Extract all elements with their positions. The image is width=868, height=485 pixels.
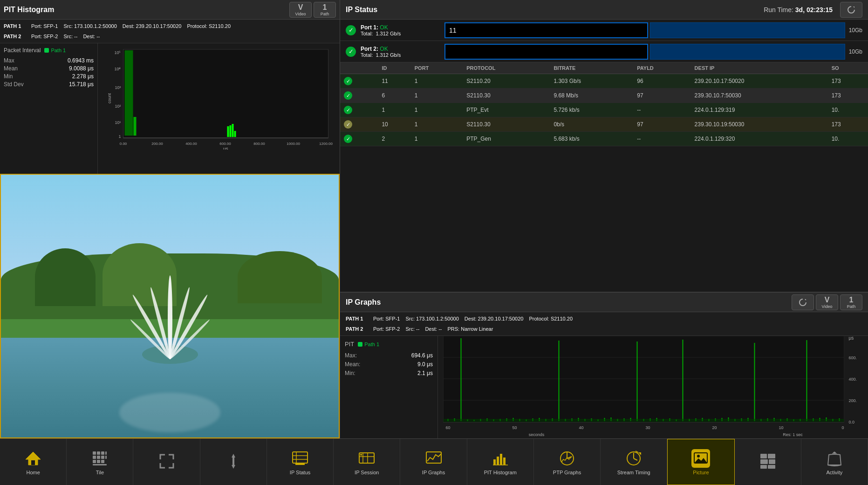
svg-rect-167	[760, 459, 768, 464]
ip-status-nav-icon	[291, 449, 309, 468]
row-status-cell: ✓	[340, 89, 378, 103]
histogram-stats: Packet Interval Path 1 Max 0.6943 ms Mea…	[0, 43, 98, 174]
svg-text:400.00: 400.00	[185, 142, 197, 146]
row-dest_ip-cell: 239.30.10.7:50030	[691, 89, 828, 103]
ip-graphs-header: IP Graphs V Video 1 Path	[340, 293, 868, 312]
svg-marker-37	[805, 299, 806, 301]
home-icon	[24, 449, 42, 468]
svg-text:10⁴: 10⁴	[114, 67, 121, 71]
nav-picture[interactable]: Picture	[667, 439, 734, 485]
graph-chart-area: μs 600. 400. 200. 0.0 60 50 40 30 20 10	[438, 336, 868, 438]
svg-rect-170	[768, 465, 775, 469]
col-bitrate: BITRATE	[550, 62, 633, 74]
histogram-chart: 10⁵ 10⁴ 10³ 10² 10¹ 1 count	[98, 43, 340, 174]
ip-graphs-nav-label: IP Graphs	[422, 470, 445, 475]
graphs-path2-row: PATH 2 Port: SFP-2 Src: -- Dest: -- PRS:…	[346, 324, 862, 334]
svg-rect-130	[105, 456, 107, 459]
nav-expand[interactable]	[133, 439, 200, 485]
svg-rect-16	[227, 126, 229, 137]
nav-stream-timing[interactable]: Stream Timing	[601, 439, 667, 485]
port2-info: Port 2: OK Total: 1.312 Gb/s	[361, 46, 444, 58]
svg-rect-129	[101, 456, 104, 459]
graphs-path-info: PATH 1 Port: SFP-1 Src: 173.100.1.2:5000…	[340, 312, 868, 336]
svg-rect-125	[101, 451, 104, 455]
nav-move[interactable]	[200, 439, 267, 485]
svg-rect-134	[93, 464, 107, 465]
ip-status-nav-label: IP Status	[290, 470, 310, 475]
port1-value-input[interactable]	[444, 22, 648, 38]
row-status-cell: ✓	[340, 103, 378, 117]
nav-multiview[interactable]	[735, 439, 801, 485]
pit-stat-max: Max: 694.6 μs	[345, 352, 433, 359]
table-row[interactable]: ✓21PTP_Gen5.683 kb/s--224.0.1.129:32010.	[340, 132, 868, 146]
svg-text:count: count	[107, 93, 112, 103]
nav-ip-status[interactable]: IP Status	[267, 439, 334, 485]
row-payld-cell: 97	[633, 117, 690, 132]
port2-check: ✓	[346, 47, 356, 57]
row-id-cell: 2	[378, 132, 410, 146]
top-section: PIT Histogram V Video 1 Path PATH 1 Port…	[0, 0, 868, 438]
row-payld-cell: 97	[633, 89, 690, 103]
pit-stat-min: Min: 2.1 μs	[345, 370, 433, 376]
row-bitrate-cell: 9.68 Mb/s	[550, 89, 633, 103]
graphs-video-button[interactable]: V Video	[816, 294, 838, 310]
fountain-scene	[1, 175, 339, 437]
table-row[interactable]: ✓61S2110.309.68 Mb/s97239.30.10.7:500301…	[340, 89, 868, 103]
ip-status-title: IP Status	[346, 6, 764, 14]
nav-activity[interactable]: Activity	[801, 439, 868, 485]
path-button[interactable]: 1 Path	[314, 2, 336, 18]
nav-ptp-graphs[interactable]: PTP Graphs	[534, 439, 601, 485]
svg-text:200.00: 200.00	[151, 142, 163, 146]
nav-ip-graphs[interactable]: IP Graphs	[400, 439, 467, 485]
svg-rect-15	[134, 117, 137, 136]
pit-green-dot	[358, 342, 362, 347]
col-dest-ip: DEST IP	[691, 62, 828, 74]
graphs-path-button[interactable]: 1 Path	[840, 294, 862, 310]
svg-text:0.00: 0.00	[120, 142, 127, 146]
graphs-content: PIT Path 1 Max: 694.6 μs Mean:	[340, 336, 868, 438]
picture-icon	[691, 449, 710, 468]
row-so-cell: 173	[828, 117, 868, 132]
ptp-graphs-label: PTP Graphs	[553, 470, 581, 475]
svg-text:30: 30	[646, 425, 650, 430]
graph-svg: μs 600. 400. 200. 0.0 60 50 40 30 20 10	[438, 336, 868, 438]
svg-text:0.0: 0.0	[849, 420, 855, 424]
svg-rect-133	[101, 460, 104, 463]
svg-rect-150	[497, 457, 499, 465]
ip-table-container: ID PORT PROTOCOL BITRATE PAYLD DEST IP S…	[340, 62, 868, 292]
svg-rect-131	[93, 460, 96, 463]
left-panel: PIT Histogram V Video 1 Path PATH 1 Port…	[0, 0, 340, 438]
svg-text:1200.00: 1200.00	[319, 142, 333, 146]
svg-text:800.00: 800.00	[253, 142, 265, 146]
row-id-cell: 10	[378, 117, 410, 132]
nav-tile[interactable]: Tile	[67, 439, 133, 485]
nav-pit-histogram[interactable]: PIT Histogram	[467, 439, 534, 485]
nav-home[interactable]: Home	[0, 439, 67, 485]
port2-value-input[interactable]	[444, 44, 648, 60]
svg-rect-19	[234, 131, 236, 137]
svg-rect-106	[444, 419, 844, 422]
ip-session-icon	[357, 449, 376, 468]
row-status-cell: ✓	[340, 74, 378, 89]
svg-text:0: 0	[842, 425, 844, 430]
table-row[interactable]: ✓111S2110.201.303 Gb/s96239.20.10.17:500…	[340, 74, 868, 89]
col-so: SO	[828, 62, 868, 74]
svg-text:seconds: seconds	[529, 432, 545, 437]
row-port-cell: 1	[411, 117, 463, 132]
svg-text:Res: 1 sec: Res: 1 sec	[783, 432, 803, 437]
stat-stddev: Std Dev 15.718 μs	[4, 81, 94, 88]
reset-button[interactable]	[840, 2, 862, 18]
nav-ip-session[interactable]: IP Session	[334, 439, 400, 485]
col-payld: PAYLD	[633, 62, 690, 74]
table-row[interactable]: ✓101S2110.300b/s97239.30.10.19:50030173	[340, 117, 868, 132]
ip-session-label: IP Session	[355, 470, 379, 475]
svg-rect-137	[232, 458, 234, 465]
move-icon	[224, 452, 243, 471]
graphs-reset-button[interactable]	[792, 294, 814, 310]
video-button[interactable]: V Video	[289, 2, 312, 18]
ip-table: ID PORT PROTOCOL BITRATE PAYLD DEST IP S…	[340, 62, 868, 146]
svg-rect-166	[768, 454, 775, 458]
row-so-cell: 10.	[828, 132, 868, 146]
row-so-cell: 173	[828, 74, 868, 89]
table-row[interactable]: ✓11PTP_Evt5.726 kb/s--224.0.1.129:31910.	[340, 103, 868, 117]
